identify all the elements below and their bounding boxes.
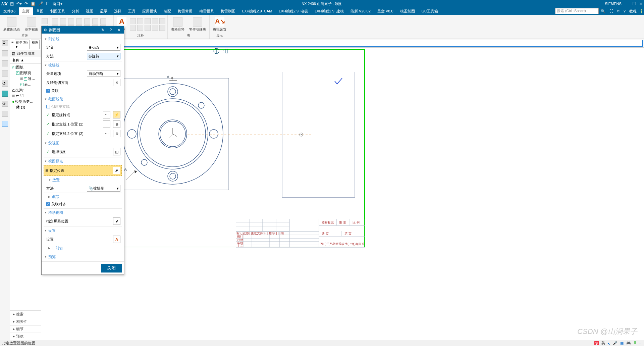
status-down-icon[interactable]: ⌄ — [639, 341, 642, 345]
ribbon-small-icon[interactable] — [52, 18, 58, 24]
menu-item[interactable]: 梅雷常用 — [174, 7, 196, 15]
ribbon-small-icon[interactable] — [92, 18, 98, 24]
menu-item[interactable]: 草图 — [33, 7, 47, 15]
help-icon[interactable]: ? — [624, 9, 626, 13]
ribbon-small-icon[interactable] — [130, 25, 136, 31]
screen-pos-button[interactable]: ⬈ — [113, 217, 120, 225]
menu-item[interactable]: 视图 — [83, 7, 97, 15]
point-dialog-button[interactable]: ⋯ — [103, 120, 110, 128]
menu-item[interactable]: GC工具箱 — [418, 7, 442, 15]
infer-point-button[interactable]: ⚡ — [113, 111, 120, 118]
fullscreen-icon[interactable]: ⛶ — [609, 9, 613, 13]
reverse-dir-button[interactable]: ✕ — [113, 79, 120, 86]
search-icon[interactable]: 🔍 — [601, 9, 605, 13]
associative-checkbox[interactable]: ✓关联 — [44, 87, 122, 94]
ribbon-small-icon[interactable] — [145, 18, 151, 24]
new-sheet-button[interactable]: 新建图纸页 — [2, 16, 21, 33]
menu-item[interactable]: 文件(F) — [0, 7, 19, 15]
copy-icon[interactable]: 📋 — [31, 1, 36, 6]
tree-item[interactable]: 表… — [11, 82, 40, 87]
section-origin[interactable]: 视图原点 — [48, 159, 63, 164]
position-button[interactable]: ⬈ — [113, 167, 120, 174]
ribbon-small-icon[interactable] — [152, 25, 158, 31]
menu-item[interactable]: 梅雷制图 — [217, 7, 239, 15]
assembly-icon[interactable] — [2, 60, 8, 66]
dialog-close-button[interactable]: 关闭 — [101, 264, 122, 273]
dialog-titlebar[interactable]: ⚙ 剖视图 ↻ ? ✕ — [42, 26, 124, 34]
tree-item[interactable]: 🗀过时 — [11, 87, 40, 93]
menu-item[interactable]: 工具 — [125, 7, 139, 15]
dialog-close-icon[interactable]: ✕ — [116, 28, 122, 32]
tree-item[interactable]: 图纸 — [11, 64, 40, 70]
ribbon-small-icon[interactable] — [152, 18, 158, 24]
definition-select[interactable]: ⊕ 动态▾ — [87, 44, 120, 51]
ribbon-small-icon[interactable] — [76, 18, 82, 24]
section-track[interactable]: 跟踪 — [52, 194, 59, 199]
section-settings[interactable]: 设置 — [48, 228, 56, 233]
base-view-button[interactable]: 基本视图 — [23, 16, 40, 33]
column-header[interactable]: 名称 ▲ — [10, 57, 41, 64]
ime-icon[interactable]: S — [594, 341, 599, 345]
create-single-checkbox[interactable]: 创建单支线 — [44, 103, 122, 110]
target-button[interactable]: ⊕ — [113, 130, 120, 137]
accordion-item[interactable]: ▶搜索 — [10, 310, 41, 318]
target-button[interactable]: ⊕ — [113, 120, 120, 128]
touch-icon[interactable]: ☐ — [46, 1, 50, 6]
menu-item[interactable]: 主页 — [19, 7, 33, 15]
redo-icon[interactable]: ↷ — [24, 1, 28, 6]
history-icon[interactable]: ◔ — [2, 81, 8, 87]
method-select[interactable]: ◎ 旋转▾ — [87, 53, 120, 59]
menu-item[interactable]: 分析 — [68, 7, 83, 15]
menu-item[interactable]: LXH编程2.9_CAM — [239, 7, 275, 15]
align-checkbox[interactable]: ✓关联对齐 — [44, 201, 122, 208]
parts-list-button[interactable]: 零件明细表 — [188, 16, 207, 33]
ime-lang[interactable]: 英 — [601, 341, 605, 346]
menu-item[interactable]: 能新 V20.02 — [347, 7, 374, 15]
specify-position-row[interactable]: ⊞指定位置 ⬈ — [44, 165, 122, 176]
tree-item[interactable]: ⊞导… — [11, 76, 40, 82]
menu-item[interactable]: LXH编程2.9_建模 — [311, 7, 347, 15]
selection-input[interactable] — [53, 40, 643, 47]
settings-icon[interactable]: ⚙ — [2, 40, 8, 46]
search-input[interactable]: 搜索 (Ctrl+Space) — [555, 8, 599, 14]
menu-item[interactable]: 制图工具 — [47, 7, 68, 15]
view-triad-icon[interactable] — [212, 48, 229, 55]
section-move[interactable]: 移动视图 — [48, 210, 63, 215]
restore-icon[interactable]: ❐ — [633, 1, 636, 6]
ribbon-small-icon[interactable] — [68, 18, 74, 24]
ribbon-small-icon[interactable] — [159, 25, 165, 31]
section-segments[interactable]: 截面线段 — [48, 97, 63, 102]
selected-tool-icon[interactable] — [2, 121, 8, 127]
window-dropdown[interactable]: 窗口▾ — [52, 1, 62, 7]
section-nonsec[interactable]: 非剖切 — [52, 246, 63, 251]
menu-hamburger-icon[interactable]: ≡ — [11, 40, 13, 49]
status-game-icon[interactable]: 🎮 — [626, 341, 631, 345]
reset-icon[interactable]: ↻ — [100, 28, 106, 32]
section-cutline[interactable]: 剖切线 — [48, 37, 59, 42]
ribbon-small-icon[interactable] — [159, 18, 165, 24]
menu-item[interactable]: 选择 — [111, 7, 125, 15]
tutorial-link[interactable]: 教程 — [629, 9, 637, 13]
cube-icon[interactable] — [2, 50, 8, 56]
accordion-item[interactable]: ▶相关性 — [10, 318, 41, 325]
teal-tool-icon[interactable] — [2, 91, 8, 97]
point-dialog-button[interactable]: ⋯ — [103, 111, 110, 118]
view-dropdown[interactable]: 视图 — [31, 40, 40, 49]
menu-item[interactable]: 显示 — [97, 7, 111, 15]
mic-icon[interactable]: 🎤 — [38, 1, 43, 6]
status-apps-icon[interactable]: ⠿ — [634, 341, 636, 345]
ribbon-small-icon[interactable] — [100, 18, 106, 24]
menu-dropdown[interactable]: 菜单(M) ▾ — [15, 40, 30, 49]
section-parent[interactable]: 父视图 — [48, 141, 59, 146]
ribbon-small-icon[interactable] — [42, 18, 48, 24]
graphics-area[interactable]: ▸ ◧▾ — [41, 39, 644, 340]
ribbon-small-icon[interactable] — [137, 25, 143, 31]
edit-settings-button[interactable]: A↘ 编辑设置 — [212, 16, 228, 33]
menu-item[interactable]: 应用模块 — [139, 7, 160, 15]
menu-item[interactable]: LXH编程2.9_电极 — [275, 7, 311, 15]
ribbon-small-icon[interactable] — [60, 18, 66, 24]
select-view-button[interactable]: ◫ — [113, 148, 120, 155]
vector-option-select[interactable]: 自动判断▾ — [87, 70, 120, 77]
section-hinge[interactable]: 铰链线 — [48, 63, 59, 68]
close-icon[interactable]: ✕ — [639, 1, 643, 6]
